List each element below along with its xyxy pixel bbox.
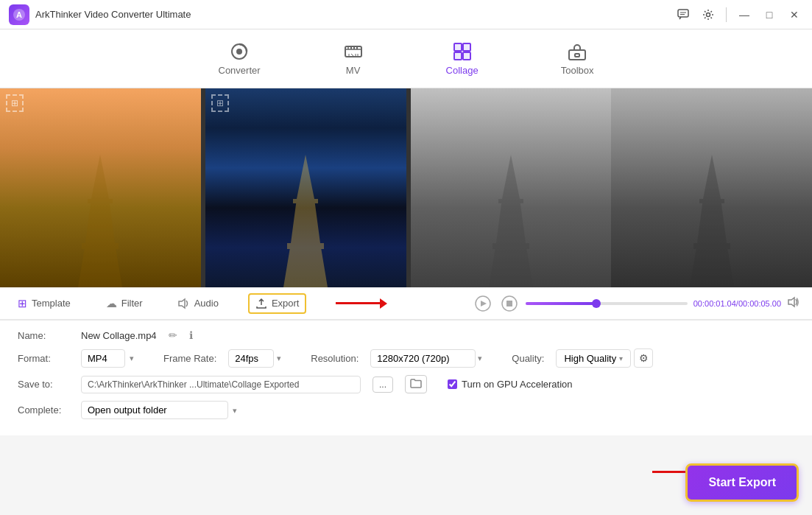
window-controls: — □ ✕ bbox=[673, 0, 805, 29]
svg-rect-10 bbox=[454, 43, 462, 51]
format-select[interactable]: MP4AVIMOVMKV bbox=[81, 349, 125, 368]
format-row: Format: MP4AVIMOVMKV Frame Rate: 24fps30… bbox=[18, 348, 794, 368]
export-icon bbox=[255, 298, 267, 309]
maximize-button[interactable]: □ bbox=[759, 4, 780, 25]
svg-rect-14 bbox=[569, 50, 585, 60]
gpu-checkbox[interactable] bbox=[448, 379, 457, 389]
tab-mv[interactable]: MV bbox=[331, 35, 375, 82]
saveto-label: Save to: bbox=[18, 379, 69, 390]
framerate-select[interactable]: 24fps30fps60fps bbox=[228, 349, 274, 368]
svg-marker-30 bbox=[481, 301, 487, 306]
svg-text:A: A bbox=[16, 10, 22, 19]
svg-rect-21 bbox=[293, 199, 318, 203]
tab-export[interactable]: Export bbox=[248, 293, 307, 314]
browse-button[interactable]: ... bbox=[373, 376, 393, 393]
preview-panel-3[interactable] bbox=[411, 88, 612, 287]
stop-button[interactable] bbox=[499, 293, 520, 314]
svg-marker-33 bbox=[788, 298, 794, 306]
svg-rect-32 bbox=[506, 301, 512, 306]
filter-icon: ☁ bbox=[106, 297, 117, 310]
tab-collage-label: Collage bbox=[446, 65, 479, 76]
resolution-label: Resolution: bbox=[311, 353, 359, 364]
tab-converter[interactable]: Converter bbox=[207, 35, 272, 82]
edit-icon[interactable]: ✏ bbox=[169, 329, 177, 341]
preview-area: ⊞ ⊞ bbox=[0, 88, 812, 287]
framerate-label: Frame Rate: bbox=[163, 353, 216, 364]
panel-placeholder-2: ⊞ bbox=[211, 94, 229, 112]
save-path-display: C:\ArkThinker\ArkThinker ...Ultimate\Col… bbox=[81, 376, 361, 393]
titlebar: A ArkThinker Video Converter Ultimate — … bbox=[0, 0, 812, 29]
svg-rect-26 bbox=[693, 243, 730, 249]
progress-slider[interactable] bbox=[526, 302, 688, 305]
svg-rect-11 bbox=[463, 43, 470, 51]
settings-panel: Name: New Collage.mp4 ✏ ℹ Format: MP4AVI… bbox=[0, 320, 812, 435]
quality-dropdown-arrow: ▾ bbox=[619, 354, 623, 362]
format-select-wrapper[interactable]: MP4AVIMOVMKV bbox=[81, 349, 140, 368]
svg-rect-15 bbox=[575, 54, 579, 57]
gear-button[interactable]: ⚙ bbox=[634, 348, 653, 368]
app-logo: A bbox=[9, 4, 29, 25]
svg-marker-19 bbox=[283, 155, 328, 287]
progress-fill bbox=[526, 302, 596, 305]
open-folder-button[interactable] bbox=[405, 375, 427, 393]
resolution-select[interactable]: 1280x720 (720p)1920x1080 (1080p)3840x216… bbox=[370, 349, 476, 368]
svg-rect-12 bbox=[454, 52, 462, 60]
time-display: 00:00:01.04/00:00:05.00 bbox=[693, 299, 781, 308]
svg-marker-25 bbox=[690, 155, 734, 287]
quality-select-btn[interactable]: High Quality ▾ bbox=[556, 349, 631, 368]
tab-export-label: Export bbox=[272, 298, 300, 309]
tab-converter-label: Converter bbox=[219, 65, 261, 76]
tab-mv-label: MV bbox=[346, 65, 361, 76]
svg-marker-22 bbox=[489, 155, 533, 287]
complete-label: Complete: bbox=[18, 404, 69, 416]
format-label: Format: bbox=[18, 353, 69, 364]
tab-collage[interactable]: Collage bbox=[434, 35, 490, 82]
svg-rect-24 bbox=[498, 199, 523, 203]
volume-icon[interactable] bbox=[787, 295, 800, 312]
preview-panel-2[interactable]: ⊞ bbox=[205, 88, 406, 287]
svg-rect-2 bbox=[678, 10, 688, 17]
export-arrow-annotation bbox=[336, 298, 387, 309]
framerate-select-wrapper[interactable]: 24fps30fps60fps bbox=[228, 349, 287, 368]
playback-controls: 00:00:01.04/00:00:05.00 bbox=[473, 293, 800, 314]
close-button[interactable]: ✕ bbox=[784, 4, 805, 25]
chat-button[interactable] bbox=[673, 4, 693, 25]
tab-toolbox-label: Toolbox bbox=[561, 65, 594, 76]
panel-divider-2[interactable] bbox=[406, 88, 411, 287]
tab-toolbox[interactable]: Toolbox bbox=[549, 35, 606, 82]
svg-rect-20 bbox=[287, 243, 324, 249]
tab-template-label: Template bbox=[32, 298, 71, 309]
svg-rect-23 bbox=[493, 243, 529, 249]
saveto-row: Save to: C:\ArkThinker\ArkThinker ...Ult… bbox=[18, 375, 794, 393]
tab-audio[interactable]: Audio bbox=[172, 295, 225, 312]
complete-select-wrapper[interactable]: Open output folder Do nothing Shut down … bbox=[81, 401, 243, 419]
complete-select[interactable]: Open output folder Do nothing Shut down … bbox=[81, 401, 228, 419]
tab-audio-label: Audio bbox=[194, 298, 219, 309]
app-title: ArkThinker Video Converter Ultimate bbox=[35, 9, 191, 20]
svg-point-6 bbox=[707, 13, 710, 17]
quality-wrapper: High Quality ▾ ⚙ bbox=[556, 348, 653, 368]
minimize-button[interactable]: — bbox=[734, 4, 755, 25]
bottom-tabs-bar: ⊞ Template ☁ Filter Audio Export bbox=[0, 287, 812, 320]
preview-panel-1[interactable]: ⊞ bbox=[0, 88, 201, 287]
svg-point-8 bbox=[237, 49, 241, 54]
gpu-label[interactable]: Turn on GPU Acceleration bbox=[462, 379, 573, 390]
tab-filter[interactable]: ☁ Filter bbox=[100, 294, 149, 313]
tab-filter-label: Filter bbox=[121, 298, 143, 309]
audio-icon bbox=[178, 298, 190, 309]
preview-panel-4[interactable] bbox=[611, 88, 812, 287]
resolution-select-wrapper[interactable]: 1280x720 (720p)1920x1080 (1080p)3840x216… bbox=[370, 349, 488, 368]
svg-rect-18 bbox=[88, 199, 113, 203]
svg-rect-27 bbox=[699, 199, 724, 203]
play-button[interactable] bbox=[473, 293, 493, 314]
settings-button[interactable] bbox=[698, 4, 719, 25]
name-row: Name: New Collage.mp4 ✏ ℹ bbox=[18, 329, 794, 341]
tab-template[interactable]: ⊞ Template bbox=[12, 294, 77, 313]
info-icon[interactable]: ℹ bbox=[189, 329, 193, 341]
svg-rect-13 bbox=[463, 52, 470, 60]
panel-divider-1[interactable] bbox=[201, 88, 205, 287]
svg-marker-16 bbox=[78, 155, 122, 287]
start-export-button[interactable]: Start Export bbox=[685, 463, 799, 502]
progress-thumb[interactable] bbox=[592, 299, 601, 308]
complete-row: Complete: Open output folder Do nothing … bbox=[18, 401, 794, 419]
